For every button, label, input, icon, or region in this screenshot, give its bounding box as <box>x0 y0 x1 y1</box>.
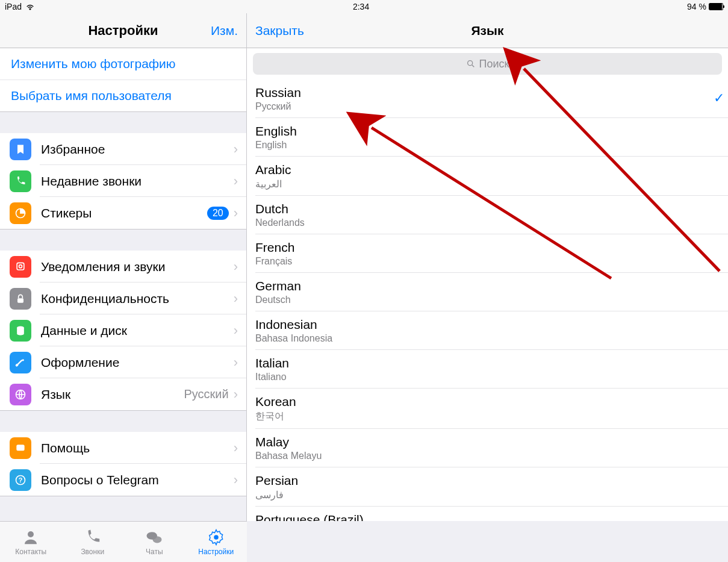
chevron-right-icon: › <box>234 205 238 221</box>
settings-row-lock[interactable]: Конфиденциальность› <box>0 283 246 314</box>
sticker-icon <box>10 202 31 224</box>
language-name: Arabic <box>255 163 720 177</box>
badge: 20 <box>207 207 229 220</box>
tab-chats[interactable]: Чаты <box>123 522 185 562</box>
settings-row-bell[interactable]: Уведомления и звуки› <box>0 251 246 283</box>
language-title: Язык <box>471 23 504 38</box>
search-input[interactable]: Поиск <box>253 53 722 75</box>
settings-row-chat[interactable]: Помощь› <box>0 432 246 464</box>
svg-point-6 <box>22 359 24 361</box>
tab-label: Чаты <box>146 548 163 556</box>
language-list: RussianРусский✓EnglishEnglishArabicالعرب… <box>247 80 728 521</box>
language-row-malay[interactable]: MalayBahasa Melayu <box>247 429 728 467</box>
language-name: Persian <box>255 473 720 488</box>
row-label: Помощь <box>41 441 234 455</box>
battery-indicator: 94 % <box>687 2 723 11</box>
choose-username-link[interactable]: Выбрать имя пользователя <box>0 80 246 111</box>
bell-icon <box>10 256 31 278</box>
tab-bar: КонтактыЗвонкиЧатыНастройки <box>0 521 247 562</box>
settings-row-brush[interactable]: Оформление› <box>0 346 246 378</box>
language-native: Bahasa Indonesia <box>255 333 720 344</box>
svg-point-11 <box>22 447 23 448</box>
row-value: Русский <box>184 387 228 401</box>
row-label: Избранное <box>41 142 234 157</box>
language-native: Deutsch <box>255 295 720 305</box>
settings-row-bookmark[interactable]: Избранное› <box>0 133 246 165</box>
lock-icon <box>10 288 31 310</box>
edit-button[interactable]: Изм. <box>211 23 238 38</box>
language-row-french[interactable]: FrenchFrançais <box>247 234 728 273</box>
chevron-right-icon: › <box>234 387 238 402</box>
row-label: Уведомления и звуки <box>41 260 234 274</box>
svg-point-18 <box>153 536 162 543</box>
settings-row-question[interactable]: ?Вопросы о Telegram› <box>0 464 246 496</box>
row-label: Язык <box>41 387 184 402</box>
bookmark-icon <box>10 139 31 160</box>
language-row-dutch[interactable]: DutchNederlands <box>247 196 728 234</box>
status-bar: iPad 2:34 94 % <box>0 0 728 13</box>
chat-icon <box>10 437 31 459</box>
question-icon: ? <box>10 469 31 491</box>
change-photo-link[interactable]: Изменить мою фотографию <box>0 48 246 80</box>
language-native: العربية <box>255 178 720 190</box>
chevron-right-icon: › <box>234 440 238 456</box>
chevron-right-icon: › <box>234 259 238 275</box>
settings-row-data[interactable]: Данные и диск› <box>0 314 246 346</box>
language-name: Indonesian <box>255 317 720 332</box>
language-native: Nederlands <box>255 217 720 228</box>
wifi-icon <box>25 2 35 11</box>
search-wrap: Поиск <box>247 48 728 80</box>
settings-row-phone[interactable]: Недавние звонки› <box>0 165 246 197</box>
svg-point-0 <box>30 8 31 10</box>
language-row-indonesian[interactable]: IndonesianBahasa Indonesia <box>247 311 728 350</box>
settings-row-sticker[interactable]: Стикеры20› <box>0 197 246 229</box>
battery-pct: 94 % <box>687 2 706 11</box>
profile-links-group: Изменить мою фотографию Выбрать имя поль… <box>0 48 246 112</box>
settings-title: Настройки <box>88 23 158 39</box>
language-native: Bahasa Melayu <box>255 451 720 461</box>
tab-calls[interactable]: Звонки <box>62 522 124 562</box>
svg-line-15 <box>472 65 474 67</box>
settings-row-globe[interactable]: ЯзыкРусский› <box>0 378 246 410</box>
row-label: Стикеры <box>41 206 207 220</box>
language-name: Portuguese (Brazil) <box>255 513 720 521</box>
language-name: Russian <box>255 86 720 100</box>
language-native: 한국어 <box>255 410 720 423</box>
chevron-right-icon: › <box>234 142 238 157</box>
language-row-russian[interactable]: RussianРусский✓ <box>247 80 728 118</box>
language-native: English <box>255 140 720 151</box>
tab-contacts[interactable]: Контакты <box>0 522 62 562</box>
tab-label: Настройки <box>198 548 234 556</box>
language-name: English <box>255 124 720 139</box>
language-row-korean[interactable]: Korean한국어 <box>247 389 728 429</box>
language-row-italian[interactable]: ItalianItaliano <box>247 350 728 389</box>
chevron-right-icon: › <box>234 323 238 339</box>
row-label: Конфиденциальность <box>41 292 234 306</box>
language-row-arabic[interactable]: Arabicالعربية <box>247 157 728 196</box>
svg-text:?: ? <box>19 476 23 484</box>
phone-icon <box>10 170 31 192</box>
language-row-persian[interactable]: Persianفارسی <box>247 467 728 507</box>
tab-label: Звонки <box>81 548 104 556</box>
language-name: Dutch <box>255 202 720 216</box>
close-button[interactable]: Закрыть <box>255 23 304 38</box>
svg-rect-2 <box>17 263 24 270</box>
search-icon <box>466 59 476 69</box>
chevron-right-icon: › <box>234 173 238 189</box>
language-row-portuguese-brazil-[interactable]: Portuguese (Brazil) <box>247 507 728 521</box>
language-row-english[interactable]: EnglishEnglish <box>247 118 728 157</box>
settings-group-2: Уведомления и звуки›Конфиденциальность›Д… <box>0 251 246 411</box>
svg-point-19 <box>214 535 219 540</box>
language-name: Korean <box>255 395 720 409</box>
language-row-german[interactable]: GermanDeutsch <box>247 273 728 311</box>
tab-settings[interactable]: Настройки <box>185 522 247 562</box>
svg-point-14 <box>467 61 472 66</box>
data-icon <box>10 320 31 342</box>
chevron-right-icon: › <box>234 472 238 488</box>
svg-point-16 <box>28 531 34 537</box>
row-label: Оформление <box>41 355 234 370</box>
language-name: German <box>255 279 720 293</box>
svg-point-9 <box>19 447 20 448</box>
language-panel: Закрыть Язык Поиск RussianРусский✓Englis… <box>247 13 728 521</box>
language-native: Русский <box>255 101 720 112</box>
